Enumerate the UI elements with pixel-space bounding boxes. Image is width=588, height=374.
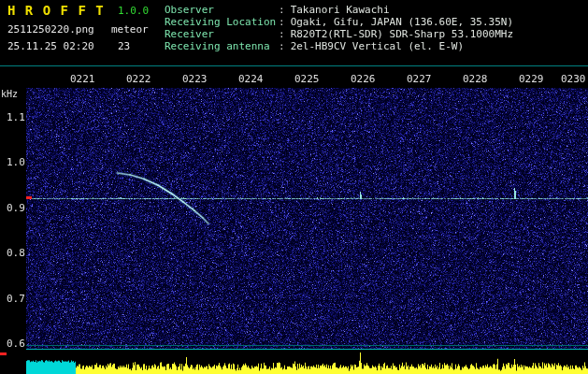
info-separator: :	[279, 28, 285, 40]
y-tick-label: 0.7	[7, 293, 25, 305]
x-tick-label: 0221	[70, 73, 95, 85]
frequency-unit-label: kHz	[1, 89, 18, 99]
info-value: Ogaki, Gifu, JAPAN (136.60E, 35.35N)	[291, 16, 513, 28]
info-label: Receiving Location	[165, 16, 279, 28]
time-axis: 0221022202230224022502260227022802290230	[0, 73, 588, 85]
app-version: 1.0.0	[118, 5, 149, 17]
x-tick-label: 0229	[519, 73, 544, 85]
x-tick-label: 0227	[407, 73, 432, 85]
x-tick-label: 0223	[182, 73, 208, 85]
info-row-receiver: Receiver:R820T2(RTL-SDR) SDR-Sharp 53.10…	[165, 28, 513, 40]
info-row-observer: Observer:Takanori Kawachi	[165, 4, 513, 16]
mode-label: meteor	[111, 23, 149, 36]
info-row-location: Receiving Location:Ogaki, Gifu, JAPAN (1…	[165, 16, 513, 28]
hrofft-spectrogram-screen: H R O F F T 1.0.0 2511250220.png meteor …	[0, 0, 588, 374]
info-value: R820T2(RTL-SDR) SDR-Sharp 53.1000MHz	[291, 28, 513, 40]
info-label: Receiver	[165, 28, 279, 40]
info-label: Observer	[165, 4, 279, 16]
info-value: Takanori Kawachi	[291, 4, 390, 16]
x-tick-label: 0224	[238, 73, 264, 85]
x-tick-label: 0225	[294, 73, 320, 85]
spectrogram-canvas	[0, 0, 588, 374]
x-tick-label: 0230	[561, 73, 586, 85]
y-tick-label: 0.9	[7, 202, 25, 214]
info-separator: :	[279, 40, 285, 52]
y-tick-label: 1.1	[7, 111, 25, 123]
echo-count: 23	[118, 40, 130, 52]
y-tick-label: 1.0	[7, 156, 25, 168]
info-value: 2el-HB9CV Vertical (el. E-W)	[291, 40, 464, 52]
observer-info-table: Observer:Takanori Kawachi Receiving Loca…	[165, 4, 513, 52]
y-tick-label: 0.8	[7, 247, 25, 259]
frequency-axis: 1.11.00.90.80.70.6	[0, 0, 26, 374]
info-separator: :	[279, 4, 285, 16]
info-separator: :	[279, 16, 285, 28]
info-row-antenna: Receiving antenna:2el-HB9CV Vertical (el…	[165, 40, 513, 52]
x-tick-label: 0228	[463, 73, 488, 85]
y-tick-label: 0.6	[7, 338, 25, 350]
x-tick-label: 0222	[126, 73, 151, 85]
info-label: Receiving antenna	[165, 40, 279, 52]
x-tick-label: 0226	[351, 73, 376, 85]
